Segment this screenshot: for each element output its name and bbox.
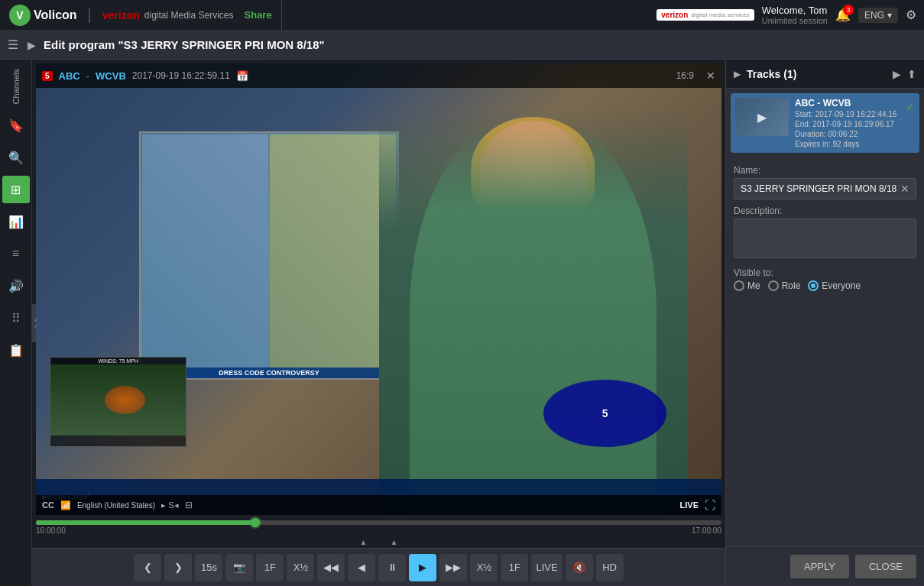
- pause-button[interactable]: ⏸: [378, 554, 406, 581]
- brand-separator: |: [82, 6, 98, 24]
- mark-in-arrow[interactable]: ▲: [360, 538, 368, 546]
- sidebar-item-audio[interactable]: 🔊: [2, 272, 30, 299]
- prev-mark-button[interactable]: ❮: [134, 554, 161, 581]
- welcome-block: Welcome, Tom Unlimited session: [762, 5, 828, 25]
- track-selected-icon[interactable]: ✓: [906, 101, 915, 148]
- channel-name: ABC: [59, 70, 80, 82]
- hd-button[interactable]: HD: [596, 554, 624, 581]
- jump-15s-button[interactable]: 15s: [195, 554, 222, 581]
- video-header: 5 ABC - WCVB 2017-09-19 16:22:59.11 📅 16…: [36, 63, 721, 88]
- tracks-header: ▶ Tracks (1) ▶ ⬆: [726, 60, 924, 89]
- aspect-ratio: 16:9: [676, 70, 694, 81]
- calendar-icon[interactable]: 📅: [236, 70, 248, 82]
- sidebar-item-list[interactable]: ≡: [2, 240, 30, 267]
- visible-options: Me Role Everyone: [734, 280, 916, 291]
- fullscreen-icon[interactable]: ⛶: [705, 499, 715, 511]
- apply-button[interactable]: APPLY: [790, 555, 849, 578]
- snapshot-button[interactable]: 📷: [225, 554, 253, 581]
- share-link[interactable]: Share: [245, 9, 272, 21]
- fwd-half-button[interactable]: X½: [470, 554, 498, 581]
- scrubber-area: 16:00:00 17:00:00 ▲ ▲: [32, 519, 725, 548]
- track-thumbnail: ▶: [735, 98, 789, 136]
- audio-language: English (United States): [77, 501, 155, 510]
- radio-role-label: Role: [782, 280, 801, 291]
- welcome-text: Welcome, Tom: [762, 5, 828, 16]
- fwd-1f-button[interactable]: 1F: [501, 554, 528, 581]
- sidebar-item-search[interactable]: 🔍: [2, 144, 30, 171]
- step-back-button[interactable]: ◀: [348, 554, 375, 581]
- video-timestamp: 2017-09-19 16:22:59.11: [132, 70, 230, 81]
- radio-everyone[interactable]: Everyone: [808, 280, 861, 291]
- visible-field-group: Visible to: Me Role Everyone: [734, 267, 916, 291]
- visible-label: Visible to:: [734, 267, 916, 278]
- description-field-group: Description:: [734, 206, 916, 261]
- mark-out-arrow[interactable]: ▲: [391, 538, 398, 546]
- track-item[interactable]: ▶ ABC - WCVB Start: 2017-09-19 16:22:44.…: [731, 93, 919, 153]
- channel-icon: 5: [42, 71, 53, 81]
- scrubber-end-time: 17:00:00: [692, 526, 721, 535]
- verizon-text: verizon: [102, 9, 140, 21]
- radio-role-dot: [768, 280, 779, 291]
- tracks-play-icon[interactable]: ▶: [893, 68, 901, 80]
- radio-me-dot: [734, 280, 744, 291]
- sidebar-item-reports[interactable]: 📋: [2, 336, 30, 364]
- rewind-button[interactable]: ◀◀: [317, 554, 345, 581]
- topbar-right: verizon digital media services Welcome, …: [657, 5, 924, 25]
- name-input[interactable]: S3 JERRY SPRINGER PRI MON 8/18 ✕: [734, 178, 916, 199]
- track-duration: Duration: 00:06:22: [795, 130, 900, 138]
- description-input[interactable]: [734, 219, 916, 258]
- live-badge: LIVE: [680, 500, 699, 510]
- back-1f-button[interactable]: 1F: [256, 554, 284, 581]
- close-video-icon[interactable]: ✕: [706, 70, 715, 82]
- page-title: Edit program "S3 JERRY SPRINGER PRI MON …: [44, 38, 325, 51]
- play-button[interactable]: ▶: [409, 554, 436, 581]
- cc-button[interactable]: CC: [42, 500, 54, 510]
- volicon-icon: V: [9, 5, 31, 26]
- tracks-collapse-icon[interactable]: ▶: [734, 69, 741, 79]
- radio-me[interactable]: Me: [734, 280, 760, 291]
- track-expires: Expires in: 92 days: [795, 140, 900, 148]
- settings-button[interactable]: ⚙: [906, 8, 916, 22]
- session-text: Unlimited session: [762, 16, 828, 25]
- name-clear-icon[interactable]: ✕: [900, 183, 909, 195]
- sidebar-item-dashboard[interactable]: 📊: [2, 208, 30, 235]
- sidebar-item-modules[interactable]: ⠿: [2, 304, 30, 332]
- menu-icon[interactable]: ☰: [8, 37, 18, 52]
- dms-text: digital Media Services: [144, 10, 234, 21]
- live-button[interactable]: LIVE: [531, 554, 562, 581]
- scrubber-thumb[interactable]: [251, 518, 260, 527]
- tracks-share-icon[interactable]: ⬆: [907, 68, 916, 80]
- expand-icon[interactable]: ▶: [28, 39, 36, 51]
- storm-swirl: [105, 386, 145, 414]
- news-anchor: [379, 108, 688, 515]
- language-selector[interactable]: ENG ▾: [858, 8, 898, 23]
- track-play-icon: ▶: [757, 110, 767, 125]
- channel-abbr: WCVB: [96, 70, 126, 82]
- back-half-button[interactable]: X½: [287, 554, 314, 581]
- notification-bell[interactable]: 🔔 3: [835, 8, 851, 22]
- screen-img-2: [270, 134, 396, 377]
- subtitles-icon[interactable]: ⊟: [185, 500, 193, 510]
- sidebar-item-grid[interactable]: ⊞: [2, 176, 30, 203]
- radio-me-label: Me: [747, 280, 760, 291]
- name-label: Name:: [734, 165, 916, 176]
- weather-map: [50, 364, 186, 435]
- scrubber-bar[interactable]: [36, 520, 721, 525]
- radio-role[interactable]: Role: [768, 280, 801, 291]
- verizon-badge-sub: digital media services: [691, 11, 749, 18]
- mute-button[interactable]: 🔇: [566, 554, 593, 581]
- name-field-group: Name: S3 JERRY SPRINGER PRI MON 8/18 ✕: [734, 165, 916, 199]
- sidebar-item-bookmark[interactable]: 🔖: [2, 112, 30, 139]
- step-fwd-button[interactable]: ▶▶: [439, 554, 467, 581]
- track-start: Start: 2017-09-19 16:22:44.16: [795, 110, 900, 118]
- volicon-text: Volicon: [34, 8, 77, 22]
- main-content: Channels 🔖 🔍 ⊞ 📊 ≡ 🔊 ⠿ 📋 ❯ 5 ABC - WCVB …: [0, 60, 924, 586]
- close-button[interactable]: CLOSE: [855, 555, 916, 578]
- radio-everyone-label: Everyone: [822, 280, 861, 291]
- scrubber-start-time: 16:00:00: [36, 526, 66, 535]
- news-screen-inner: DRESS CODE CONTROVERSY: [141, 133, 398, 378]
- next-mark-button[interactable]: ❯: [164, 554, 192, 581]
- sidebar-item-channels[interactable]: Channels: [10, 66, 22, 107]
- verizon-badge: verizon digital media services: [657, 9, 754, 21]
- bottom-buttons: APPLY CLOSE: [726, 546, 924, 586]
